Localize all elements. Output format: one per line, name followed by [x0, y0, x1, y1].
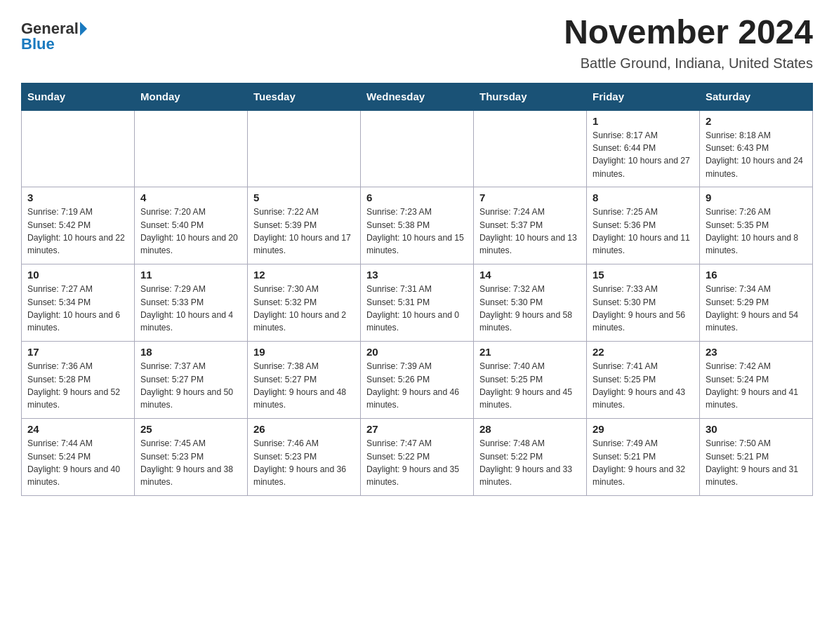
calendar-cell: 28Sunrise: 7:48 AMSunset: 5:22 PMDayligh… [474, 419, 587, 496]
day-number: 14 [479, 269, 581, 281]
calendar-cell: 19Sunrise: 7:38 AMSunset: 5:27 PMDayligh… [248, 342, 361, 419]
calendar-cell [248, 110, 361, 187]
page-title: November 2024 [564, 14, 813, 51]
day-number: 15 [593, 269, 694, 281]
calendar-cell: 25Sunrise: 7:45 AMSunset: 5:23 PMDayligh… [135, 419, 248, 496]
calendar-header-friday: Friday [587, 83, 700, 110]
calendar-cell: 10Sunrise: 7:27 AMSunset: 5:34 PMDayligh… [22, 264, 135, 342]
day-info: Sunrise: 7:24 AMSunset: 5:37 PMDaylight:… [479, 206, 581, 257]
day-info: Sunrise: 7:45 AMSunset: 5:23 PMDaylight:… [140, 437, 241, 488]
calendar-cell: 23Sunrise: 7:42 AMSunset: 5:24 PMDayligh… [700, 342, 813, 419]
day-info: Sunrise: 7:50 AMSunset: 5:21 PMDaylight:… [706, 437, 807, 488]
calendar-header-sunday: Sunday [22, 83, 135, 110]
calendar-week-5: 24Sunrise: 7:44 AMSunset: 5:24 PMDayligh… [22, 419, 813, 496]
calendar-cell [135, 110, 248, 187]
day-number: 7 [479, 192, 581, 203]
day-info: Sunrise: 7:22 AMSunset: 5:39 PMDaylight:… [253, 206, 355, 257]
calendar-cell: 14Sunrise: 7:32 AMSunset: 5:30 PMDayligh… [474, 264, 587, 342]
calendar-cell: 6Sunrise: 7:23 AMSunset: 5:38 PMDaylight… [361, 187, 474, 264]
calendar-cell: 13Sunrise: 7:31 AMSunset: 5:31 PMDayligh… [361, 264, 474, 342]
day-number: 29 [593, 423, 694, 435]
day-number: 8 [593, 192, 694, 203]
day-number: 12 [253, 269, 355, 281]
day-number: 22 [593, 346, 694, 358]
day-number: 4 [140, 192, 241, 203]
calendar-cell: 11Sunrise: 7:29 AMSunset: 5:33 PMDayligh… [135, 264, 248, 342]
day-info: Sunrise: 7:19 AMSunset: 5:42 PMDaylight:… [27, 206, 128, 257]
day-number: 11 [140, 269, 241, 281]
logo-arrow-icon [80, 22, 87, 36]
calendar-header-saturday: Saturday [700, 83, 813, 110]
logo: General Blue [21, 20, 88, 53]
calendar-header-wednesday: Wednesday [361, 83, 474, 110]
calendar-cell: 20Sunrise: 7:39 AMSunset: 5:26 PMDayligh… [361, 342, 474, 419]
day-number: 23 [706, 346, 807, 358]
page-subtitle: Battle Ground, Indiana, United States [564, 55, 813, 72]
day-info: Sunrise: 7:20 AMSunset: 5:40 PMDaylight:… [140, 206, 241, 257]
day-info: Sunrise: 7:23 AMSunset: 5:38 PMDaylight:… [366, 206, 468, 257]
day-info: Sunrise: 7:25 AMSunset: 5:36 PMDaylight:… [593, 206, 694, 257]
calendar-cell [474, 110, 587, 187]
day-info: Sunrise: 7:32 AMSunset: 5:30 PMDaylight:… [479, 283, 581, 334]
day-info: Sunrise: 7:42 AMSunset: 5:24 PMDaylight:… [706, 360, 807, 411]
day-number: 10 [27, 269, 128, 281]
day-info: Sunrise: 7:44 AMSunset: 5:24 PMDaylight:… [27, 437, 128, 488]
day-number: 3 [27, 192, 128, 203]
day-info: Sunrise: 7:46 AMSunset: 5:23 PMDaylight:… [253, 437, 355, 488]
day-number: 26 [253, 423, 355, 435]
day-info: Sunrise: 7:47 AMSunset: 5:22 PMDaylight:… [366, 437, 468, 488]
calendar-cell: 30Sunrise: 7:50 AMSunset: 5:21 PMDayligh… [700, 419, 813, 496]
day-info: Sunrise: 7:30 AMSunset: 5:32 PMDaylight:… [253, 283, 355, 334]
day-number: 9 [706, 192, 807, 203]
day-number: 17 [27, 346, 128, 358]
day-info: Sunrise: 7:49 AMSunset: 5:21 PMDaylight:… [593, 437, 694, 488]
day-info: Sunrise: 7:26 AMSunset: 5:35 PMDaylight:… [706, 206, 807, 257]
day-number: 20 [366, 346, 468, 358]
calendar-cell: 8Sunrise: 7:25 AMSunset: 5:36 PMDaylight… [587, 187, 700, 264]
day-number: 16 [706, 269, 807, 281]
day-number: 24 [27, 423, 128, 435]
day-info: Sunrise: 7:29 AMSunset: 5:33 PMDaylight:… [140, 283, 241, 334]
day-number: 30 [706, 423, 807, 435]
day-info: Sunrise: 7:48 AMSunset: 5:22 PMDaylight:… [479, 437, 581, 488]
calendar-cell: 26Sunrise: 7:46 AMSunset: 5:23 PMDayligh… [248, 419, 361, 496]
day-number: 25 [140, 423, 241, 435]
title-area: November 2024 Battle Ground, Indiana, Un… [564, 14, 813, 72]
day-info: Sunrise: 7:40 AMSunset: 5:25 PMDaylight:… [479, 360, 581, 411]
day-number: 21 [479, 346, 581, 358]
day-number: 19 [253, 346, 355, 358]
day-info: Sunrise: 7:36 AMSunset: 5:28 PMDaylight:… [27, 360, 128, 411]
calendar-header-thursday: Thursday [474, 83, 587, 110]
calendar-cell: 1Sunrise: 8:17 AMSunset: 6:44 PMDaylight… [587, 110, 700, 187]
calendar-cell: 9Sunrise: 7:26 AMSunset: 5:35 PMDaylight… [700, 187, 813, 264]
calendar-table: SundayMondayTuesdayWednesdayThursdayFrid… [21, 83, 813, 497]
calendar-cell: 5Sunrise: 7:22 AMSunset: 5:39 PMDaylight… [248, 187, 361, 264]
day-number: 13 [366, 269, 468, 281]
calendar-cell: 15Sunrise: 7:33 AMSunset: 5:30 PMDayligh… [587, 264, 700, 342]
calendar-cell: 29Sunrise: 7:49 AMSunset: 5:21 PMDayligh… [587, 419, 700, 496]
day-number: 6 [366, 192, 468, 203]
calendar-cell: 18Sunrise: 7:37 AMSunset: 5:27 PMDayligh… [135, 342, 248, 419]
logo-blue: Blue [21, 35, 55, 53]
calendar-cell [361, 110, 474, 187]
calendar-cell: 7Sunrise: 7:24 AMSunset: 5:37 PMDaylight… [474, 187, 587, 264]
calendar-week-1: 1Sunrise: 8:17 AMSunset: 6:44 PMDaylight… [22, 110, 813, 187]
day-info: Sunrise: 8:17 AMSunset: 6:44 PMDaylight:… [593, 129, 694, 180]
calendar-cell: 12Sunrise: 7:30 AMSunset: 5:32 PMDayligh… [248, 264, 361, 342]
calendar-header-tuesday: Tuesday [248, 83, 361, 110]
day-info: Sunrise: 7:37 AMSunset: 5:27 PMDaylight:… [140, 360, 241, 411]
calendar-cell: 22Sunrise: 7:41 AMSunset: 5:25 PMDayligh… [587, 342, 700, 419]
calendar-cell: 17Sunrise: 7:36 AMSunset: 5:28 PMDayligh… [22, 342, 135, 419]
day-number: 27 [366, 423, 468, 435]
calendar-cell: 21Sunrise: 7:40 AMSunset: 5:25 PMDayligh… [474, 342, 587, 419]
calendar-cell: 24Sunrise: 7:44 AMSunset: 5:24 PMDayligh… [22, 419, 135, 496]
calendar-week-3: 10Sunrise: 7:27 AMSunset: 5:34 PMDayligh… [22, 264, 813, 342]
calendar-cell: 16Sunrise: 7:34 AMSunset: 5:29 PMDayligh… [700, 264, 813, 342]
calendar-cell: 3Sunrise: 7:19 AMSunset: 5:42 PMDaylight… [22, 187, 135, 264]
calendar-cell [22, 110, 135, 187]
calendar-week-2: 3Sunrise: 7:19 AMSunset: 5:42 PMDaylight… [22, 187, 813, 264]
day-info: Sunrise: 7:34 AMSunset: 5:29 PMDaylight:… [706, 283, 807, 334]
day-number: 5 [253, 192, 355, 203]
calendar-cell: 27Sunrise: 7:47 AMSunset: 5:22 PMDayligh… [361, 419, 474, 496]
day-number: 1 [593, 115, 694, 127]
